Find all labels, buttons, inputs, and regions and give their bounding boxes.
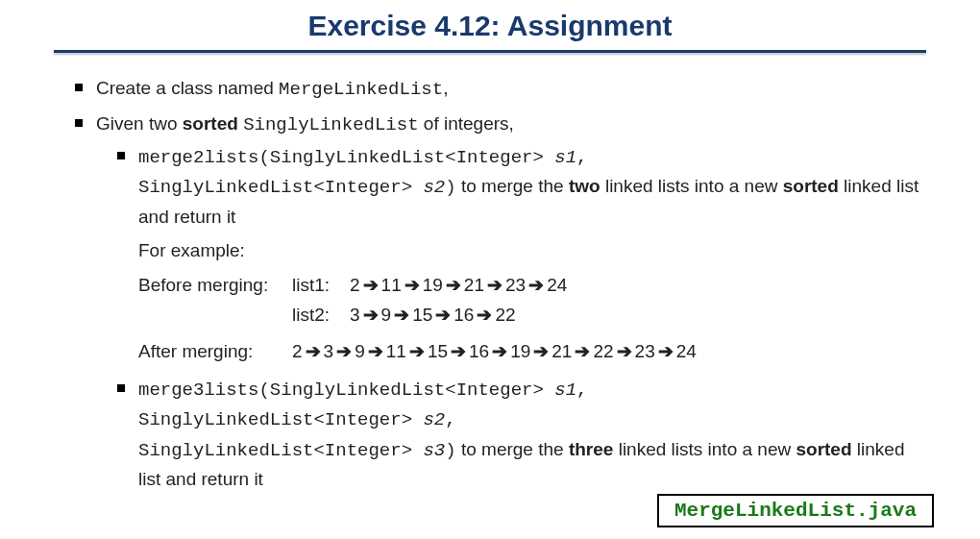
list-value: 21 (551, 341, 572, 361)
list-value: 11 (381, 275, 402, 295)
text: SinglyLinkedList<Integer> (138, 177, 423, 198)
bold-sorted2: sorted (783, 176, 839, 196)
arrow-icon: ➔ (391, 305, 412, 325)
before-merging-label: Before merging: (138, 271, 292, 299)
arrow-icon: ➔ (432, 305, 453, 325)
bold-two: two (569, 176, 600, 196)
bullet-given-two: Given two sorted SinglyLinkedList of int… (54, 110, 926, 493)
arrow-icon: ➔ (406, 341, 428, 361)
param-s1: s1 (554, 147, 576, 168)
list-value: 22 (593, 341, 613, 361)
list-value: 2 (350, 275, 360, 295)
after-merging-label: After merging: (138, 337, 292, 365)
text: linked lists into a new (600, 176, 783, 196)
list-value: 24 (547, 275, 567, 295)
arrow-icon: ➔ (474, 305, 495, 325)
text: Given two (96, 113, 183, 134)
text: to merge the (456, 176, 569, 196)
bullet-merge2lists: merge2lists(SinglyLinkedList<Integer> s1… (96, 142, 926, 365)
list-value: 2 (292, 341, 303, 361)
text: merge2lists(SinglyLinkedList<Integer> (138, 147, 554, 168)
list1-label: list1: (292, 271, 350, 299)
param3-s1: s1 (554, 380, 576, 401)
param-s2: s2 (423, 177, 445, 198)
list-value: 16 (469, 341, 489, 361)
text: to merge the (456, 439, 569, 459)
title-divider (54, 50, 926, 53)
bold-three: three (569, 439, 613, 459)
merged-values: 2➔3➔9➔11➔15➔16➔19➔21➔22➔23➔24 (292, 337, 697, 365)
method-sig-line1: merge2lists(SinglyLinkedList<Integer> s1… (138, 147, 588, 168)
bullet-create-class: Create a class named MergeLinkedList, (54, 74, 926, 104)
arrow-icon: ➔ (443, 275, 464, 295)
list-value: 21 (464, 275, 484, 295)
list-value: 19 (423, 275, 443, 295)
text: ) (445, 177, 455, 198)
list-value: 9 (355, 341, 365, 361)
arrow-icon: ➔ (448, 341, 469, 361)
for-example-label: For example: (138, 236, 926, 264)
spacer (138, 301, 292, 329)
text: Create a class named (96, 78, 279, 98)
list-value: 23 (505, 275, 526, 295)
page-title: Exercise 4.12: Assignment (0, 0, 980, 50)
text: ) (445, 440, 455, 461)
class-name-code: MergeLinkedList (279, 79, 443, 100)
filename-box: MergeLinkedList.java (657, 494, 934, 527)
after-row: After merging: 2➔3➔9➔11➔15➔16➔19➔21➔22➔2… (138, 337, 926, 365)
before-row-list1: Before merging: list1: 2➔11➔19➔21➔23➔24 (138, 271, 926, 299)
arrow-icon: ➔ (365, 341, 386, 361)
text: of integers, (419, 113, 514, 134)
arrow-icon: ➔ (333, 341, 355, 361)
text: merge3lists(SinglyLinkedList<Integer> (138, 380, 554, 401)
list-value: 23 (635, 341, 655, 361)
list-value: 9 (381, 305, 392, 325)
list-value: 24 (676, 341, 697, 361)
bold-sorted3: sorted (796, 439, 851, 459)
example-block: For example: Before merging: list1: 2➔11… (138, 236, 926, 365)
text: , (576, 147, 587, 168)
list-value: 3 (350, 305, 360, 325)
arrow-icon: ➔ (360, 305, 381, 325)
arrow-icon: ➔ (614, 341, 635, 361)
list-value: 16 (453, 305, 474, 325)
method3-sig-line3: SinglyLinkedList<Integer> s3) (138, 440, 456, 461)
list-value: 11 (386, 341, 406, 361)
arrow-icon: ➔ (402, 275, 423, 295)
list-value: 3 (324, 341, 334, 361)
list2-values: 3➔9➔15➔16➔22 (350, 301, 516, 329)
list2-label: list2: (292, 301, 350, 329)
text: , (443, 78, 448, 98)
slide-content: Create a class named MergeLinkedList, Gi… (0, 70, 980, 494)
bullet-list-lvl1: Create a class named MergeLinkedList, Gi… (54, 74, 926, 494)
list-value: 15 (428, 341, 448, 361)
arrow-icon: ➔ (655, 341, 676, 361)
bullet-merge3lists: merge3lists(SinglyLinkedList<Integer> s1… (96, 375, 926, 494)
list-value: 22 (495, 305, 515, 325)
arrow-icon: ➔ (484, 275, 505, 295)
type-code: SinglyLinkedList (243, 114, 418, 135)
arrow-icon: ➔ (303, 341, 324, 361)
list-value: 15 (412, 305, 432, 325)
method-sig-line2: SinglyLinkedList<Integer> s2) (138, 177, 456, 198)
method3-sig-line2: SinglyLinkedList<Integer> s2, (138, 409, 456, 430)
text: , (576, 380, 587, 401)
arrow-icon: ➔ (360, 275, 381, 295)
bold-sorted: sorted (183, 113, 238, 134)
arrow-icon: ➔ (572, 341, 593, 361)
text: SinglyLinkedList<Integer> (138, 409, 423, 430)
arrow-icon: ➔ (526, 275, 547, 295)
bullet-list-lvl2: merge2lists(SinglyLinkedList<Integer> s1… (96, 142, 926, 494)
text: linked lists into a new (613, 439, 796, 459)
arrow-icon: ➔ (489, 341, 510, 361)
before-row-list2: list2: 3➔9➔15➔16➔22 (138, 301, 926, 329)
arrow-icon: ➔ (530, 341, 551, 361)
text: , (445, 409, 455, 430)
param3-s3: s3 (423, 440, 445, 461)
list1-values: 2➔11➔19➔21➔23➔24 (350, 271, 567, 299)
method3-sig-line1: merge3lists(SinglyLinkedList<Integer> s1… (138, 380, 588, 401)
text: SinglyLinkedList<Integer> (138, 440, 423, 461)
list-value: 19 (510, 341, 530, 361)
param3-s2: s2 (423, 409, 445, 430)
